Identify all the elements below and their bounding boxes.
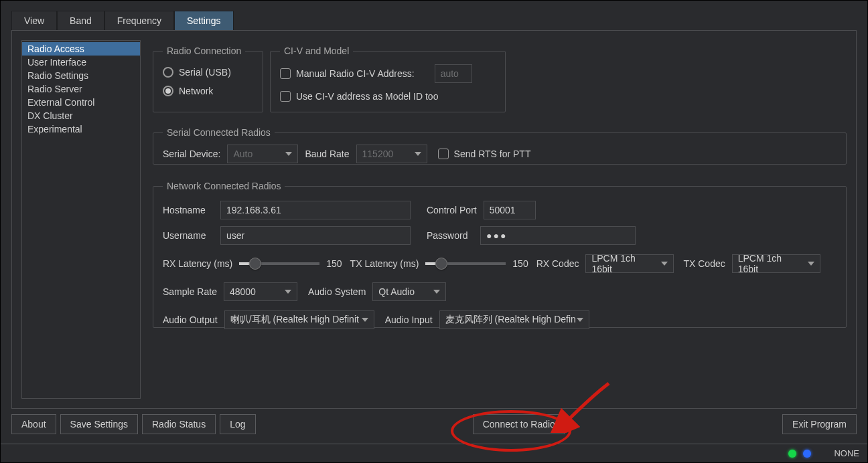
settings-panel: Radio Access User Interface Radio Settin… <box>11 30 857 409</box>
input-username[interactable] <box>220 226 411 245</box>
value-rx-latency: 150 <box>326 258 342 269</box>
about-button[interactable]: About <box>11 414 56 434</box>
checkbox-rts-ptt-label: Send RTS for PTT <box>454 149 531 159</box>
select-sample-rate[interactable]: 48000 <box>224 282 297 301</box>
value-tx-latency: 150 <box>512 258 528 269</box>
label-audio-input: Audio Input <box>385 314 433 325</box>
groupbox-radio-connection: Radio Connection Serial (USB) Network <box>153 45 263 112</box>
label-control-port: Control Port <box>427 205 477 215</box>
slider-tx-latency[interactable] <box>425 258 506 270</box>
radio-serial-usb[interactable]: Serial (USB) <box>163 67 231 78</box>
sidebar-item-dx-cluster[interactable]: DX Cluster <box>22 109 140 122</box>
select-serial-device[interactable]: Auto <box>227 145 298 163</box>
status-text: NONE <box>834 448 859 458</box>
select-audio-output[interactable]: 喇叭/耳机 (Realtek High Definit <box>224 310 374 329</box>
label-audio-output: Audio Output <box>163 314 218 325</box>
footer-toolbar: About Save Settings Radio Status Log Con… <box>11 413 857 436</box>
save-settings-button[interactable]: Save Settings <box>60 414 138 434</box>
label-audio-system: Audio System <box>308 286 366 297</box>
label-tx-latency: TX Latency (ms) <box>350 258 419 269</box>
status-led-green-icon <box>788 450 796 458</box>
label-rx-codec: RX Codec <box>536 258 579 269</box>
status-bar: NONE <box>1 444 867 462</box>
groupbox-serial-radios: Serial Connected Radios Serial Device: A… <box>153 127 847 165</box>
label-rx-latency: RX Latency (ms) <box>163 258 232 269</box>
select-rx-codec[interactable]: LPCM 1ch 16bit <box>585 254 674 273</box>
status-led-blue-icon <box>803 450 811 458</box>
checkbox-civ-as-model-label: Use CI-V address as Model ID too <box>296 91 438 102</box>
radio-status-button[interactable]: Radio Status <box>142 414 216 434</box>
select-tx-codec[interactable]: LPCM 1ch 16bit <box>732 254 820 273</box>
tab-bar: View Band Frequency Settings <box>11 10 234 30</box>
checkbox-manual-civ[interactable]: Manual Radio CI-V Address: <box>280 68 415 79</box>
sidebar-item-experimental[interactable]: Experimental <box>22 122 140 136</box>
groupbox-serial-radios-legend: Serial Connected Radios <box>163 127 275 138</box>
label-password: Password <box>427 230 474 241</box>
settings-category-list: Radio Access User Interface Radio Settin… <box>21 40 141 399</box>
tab-frequency[interactable]: Frequency <box>104 11 174 30</box>
groupbox-network-radios-legend: Network Connected Radios <box>163 181 285 191</box>
groupbox-network-radios: Network Connected Radios Hostname Contro… <box>153 181 847 328</box>
label-baud-rate: Baud Rate <box>305 149 349 159</box>
checkbox-rts-ptt[interactable]: Send RTS for PTT <box>438 149 531 159</box>
label-hostname: Hostname <box>163 205 214 215</box>
sidebar-item-user-interface[interactable]: User Interface <box>22 56 140 69</box>
slider-rx-latency[interactable] <box>239 258 319 270</box>
sidebar-item-external-control[interactable]: External Control <box>22 96 140 109</box>
sidebar-item-radio-access[interactable]: Radio Access <box>22 42 140 56</box>
radio-network-label: Network <box>179 86 213 96</box>
select-audio-input[interactable]: 麦克风阵列 (Realtek High Defin <box>439 310 589 329</box>
label-serial-device: Serial Device: <box>163 149 220 159</box>
select-baud-rate[interactable]: 115200 <box>356 145 427 163</box>
sidebar-item-radio-settings[interactable]: Radio Settings <box>22 69 140 82</box>
radio-network[interactable]: Network <box>163 86 213 96</box>
label-tx-codec: TX Codec <box>683 258 725 269</box>
label-username: Username <box>163 230 214 241</box>
input-control-port[interactable] <box>484 201 536 219</box>
groupbox-civ-model-legend: CI-V and Model <box>280 45 353 56</box>
log-button[interactable]: Log <box>220 414 255 434</box>
tab-band[interactable]: Band <box>57 11 104 30</box>
app-window: View Band Frequency Settings Radio Acces… <box>0 0 868 463</box>
radio-serial-usb-label: Serial (USB) <box>179 67 231 78</box>
input-password[interactable] <box>480 226 636 245</box>
select-audio-system[interactable]: Qt Audio <box>372 282 446 301</box>
label-sample-rate: Sample Rate <box>163 286 217 297</box>
input-civ-address <box>435 64 472 83</box>
groupbox-radio-connection-legend: Radio Connection <box>163 45 245 56</box>
checkbox-manual-civ-label: Manual Radio CI-V Address: <box>296 68 415 79</box>
sidebar-item-radio-server[interactable]: Radio Server <box>22 82 140 96</box>
tab-settings[interactable]: Settings <box>174 11 234 30</box>
settings-content: Radio Connection Serial (USB) Network CI… <box>153 40 847 399</box>
connect-to-radio-button[interactable]: Connect to Radio <box>473 414 565 434</box>
input-hostname[interactable] <box>220 201 411 219</box>
exit-program-button[interactable]: Exit Program <box>782 414 857 434</box>
checkbox-civ-as-model[interactable]: Use CI-V address as Model ID too <box>280 91 438 102</box>
groupbox-civ-model: CI-V and Model Manual Radio CI-V Address… <box>270 45 506 112</box>
tab-view[interactable]: View <box>11 11 57 30</box>
